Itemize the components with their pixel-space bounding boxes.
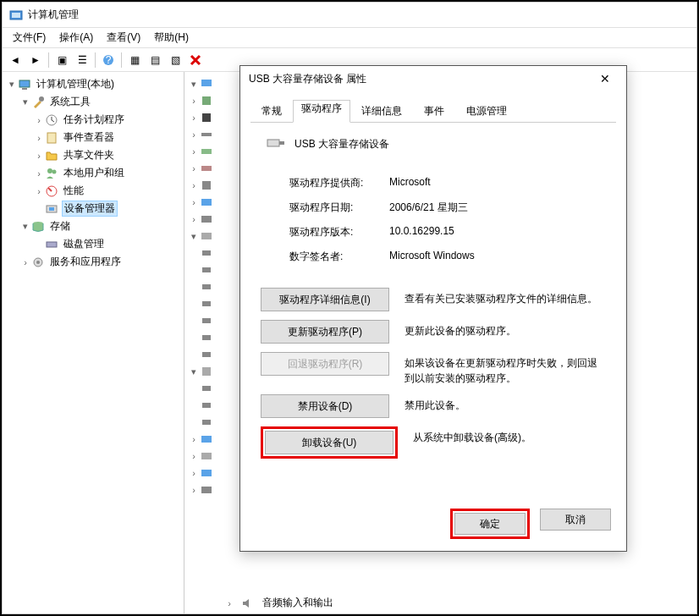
rollback-driver-button: 回退驱动程序(R) [261, 352, 389, 376]
help-icon[interactable]: ? [99, 51, 118, 69]
close-icon[interactable]: ✕ [592, 69, 618, 89]
tool-icon[interactable] [186, 51, 205, 69]
menu-help[interactable]: 帮助(H) [147, 29, 195, 47]
svg-rect-32 [202, 318, 211, 323]
computer-icon [18, 78, 31, 91]
svg-rect-40 [201, 453, 212, 459]
properties-dialog: USB 大容量存储设备 属性 ✕ 常规 驱动程序 详细信息 事件 电源管理 US… [239, 65, 627, 552]
tab-general[interactable]: 常规 [250, 100, 293, 123]
users-icon [45, 167, 58, 180]
info-value: Microsoft [389, 176, 431, 190]
svg-rect-20 [202, 113, 211, 122]
dialog-title: USB 大容量存储设备 属性 [249, 72, 366, 86]
disk-icon [45, 238, 58, 251]
tool-icon[interactable]: ▧ [166, 51, 184, 69]
info-row: 驱动程序版本:10.0.16299.15 [261, 220, 606, 245]
svg-rect-24 [202, 181, 211, 190]
info-row: 驱动程序提供商:Microsoft [261, 171, 606, 195]
tree-perf[interactable]: ›性能 [4, 182, 182, 200]
svg-rect-28 [202, 250, 211, 256]
info-value: Microsoft Windows [389, 250, 475, 264]
tools-icon [31, 96, 45, 109]
separator [48, 52, 49, 68]
btn-desc: 更新此设备的驱动程序。 [405, 320, 606, 338]
clock-icon [45, 113, 58, 127]
show-icon[interactable]: ☰ [73, 51, 91, 69]
services-icon [31, 256, 45, 269]
svg-rect-35 [202, 367, 211, 376]
btn-desc: 查看有关已安装驱动程序文件的详细信息。 [405, 288, 606, 306]
uninstall-device-button[interactable]: 卸载设备(U) [265, 431, 394, 454]
btn-desc: 从系统中卸载设备(高级)。 [413, 426, 606, 445]
svg-rect-39 [201, 436, 212, 443]
btn-row: 更新驱动程序(P) 更新此设备的驱动程序。 [261, 320, 606, 344]
svg-point-6 [39, 96, 44, 102]
perf-icon [45, 184, 58, 198]
tree-event[interactable]: ›事件查看器 [4, 129, 182, 146]
tree-devmgr[interactable]: 设备管理器 [4, 200, 182, 217]
titlebar: 计算机管理 [3, 3, 696, 28]
dialog-titlebar: USB 大容量存储设备 属性 ✕ [240, 66, 626, 91]
svg-point-10 [52, 169, 57, 173]
nav-tree: ▾计算机管理(本地) ▾系统工具 ›任务计划程序 ›事件查看器 ›共享文件夹 ›… [3, 72, 184, 613]
info-row: 数字签名者:Microsoft Windows [261, 245, 606, 269]
tree-disk[interactable]: 磁盘管理 [4, 235, 182, 253]
svg-rect-37 [202, 403, 211, 408]
tree-shared[interactable]: ›共享文件夹 [4, 146, 182, 164]
svg-rect-25 [201, 199, 212, 206]
svg-rect-36 [202, 386, 211, 391]
tree-root[interactable]: ▾计算机管理(本地) [4, 75, 182, 93]
app-icon [9, 8, 23, 22]
bottom-item[interactable]: ›音频输入和输出 [223, 596, 333, 610]
tree-services[interactable]: ›服务和应用程序 [4, 253, 182, 271]
menubar: 文件(F) 操作(A) 查看(V) 帮助(H) [3, 28, 696, 48]
svg-point-9 [47, 168, 52, 173]
menu-file[interactable]: 文件(F) [6, 29, 52, 47]
dialog-footer: 确定 取消 [240, 500, 626, 551]
up-icon[interactable]: ▣ [52, 51, 71, 69]
svg-rect-31 [202, 301, 211, 306]
tree-users[interactable]: ›本地用户和组 [4, 164, 182, 182]
svg-rect-5 [22, 88, 27, 90]
tab-events[interactable]: 事件 [413, 100, 455, 123]
btn-row: 禁用设备(D) 禁用此设备。 [261, 394, 606, 418]
window-title: 计算机管理 [28, 8, 79, 22]
svg-rect-43 [267, 140, 279, 146]
svg-rect-44 [279, 141, 284, 145]
driver-details-button[interactable]: 驱动程序详细信息(I) [261, 288, 389, 311]
svg-rect-42 [201, 487, 212, 493]
svg-rect-23 [201, 166, 212, 171]
tool-icon[interactable]: ▦ [125, 51, 144, 69]
highlight-ok: 确定 [450, 509, 530, 539]
tab-details[interactable]: 详细信息 [350, 100, 413, 123]
tree-systools[interactable]: ▾系统工具 [4, 93, 182, 111]
menu-action[interactable]: 操作(A) [52, 29, 100, 47]
svg-rect-41 [201, 470, 212, 476]
btn-desc: 禁用此设备。 [405, 394, 606, 413]
svg-rect-1 [12, 13, 20, 18]
cancel-button[interactable]: 取消 [540, 509, 611, 531]
tool-icon[interactable]: ▤ [146, 51, 164, 69]
info-row: 驱动程序日期:2006/6/21 星期三 [261, 195, 606, 220]
btn-row: 驱动程序详细信息(I) 查看有关已安装驱动程序文件的详细信息。 [261, 288, 606, 311]
svg-rect-4 [19, 80, 30, 87]
disable-device-button[interactable]: 禁用设备(D) [261, 394, 389, 418]
info-value: 10.0.16299.15 [389, 225, 454, 239]
tab-power[interactable]: 电源管理 [455, 100, 518, 123]
highlight-uninstall: 卸载设备(U) [261, 426, 398, 459]
tab-driver[interactable]: 驱动程序 [293, 100, 350, 123]
forward-icon[interactable]: ► [26, 51, 45, 69]
svg-rect-34 [202, 352, 211, 357]
back-icon[interactable]: ◄ [6, 51, 25, 69]
update-driver-button[interactable]: 更新驱动程序(P) [261, 320, 389, 344]
svg-rect-21 [201, 133, 212, 136]
svg-rect-8 [47, 133, 56, 143]
svg-rect-15 [47, 242, 57, 247]
svg-rect-18 [201, 80, 212, 86]
menu-view[interactable]: 查看(V) [100, 29, 147, 47]
tree-task[interactable]: ›任务计划程序 [4, 111, 182, 129]
tree-storage[interactable]: ▾存储 [4, 217, 182, 235]
tab-content: USB 大容量存储设备 驱动程序提供商:Microsoft 驱动程序日期:200… [250, 122, 616, 491]
ok-button[interactable]: 确定 [454, 513, 526, 535]
svg-rect-26 [201, 216, 212, 223]
